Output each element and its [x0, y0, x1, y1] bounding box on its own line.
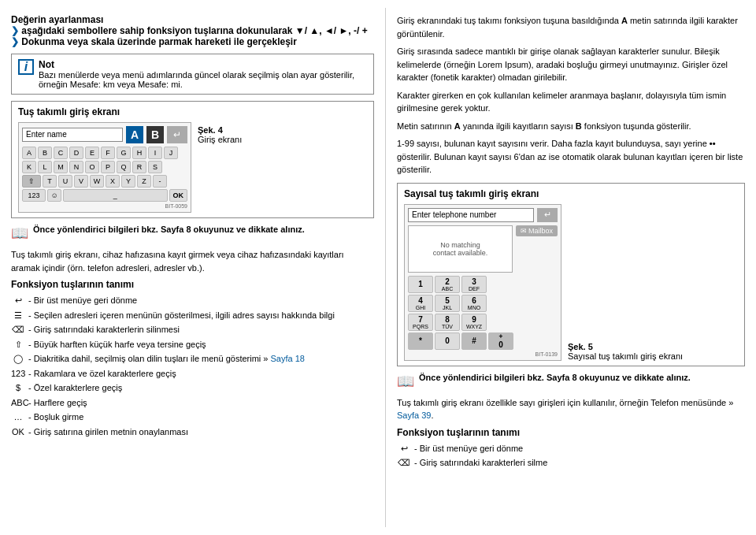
func-item-1: ☰ - Seçilen adresleri içeren menünün gös…	[11, 308, 374, 323]
func-text-0: - Bir üst menüye geri dönme	[28, 294, 137, 307]
func-icon-9: OK	[11, 425, 25, 439]
fig-caption-num: Şek. 5 Sayısal tuş takımlı giriş ekranı	[568, 204, 683, 361]
kbd-key-f[interactable]: F	[101, 147, 115, 159]
func-icon-5: 123	[11, 367, 25, 381]
num-key-4[interactable]: 4GHI	[408, 295, 433, 312]
book-hint-right: 📖 Önce yönlendirici bilgileri bkz. Sayfa…	[397, 373, 745, 390]
page-header: Değerin ayarlanması ❯ aşağıdaki sembolle…	[11, 14, 374, 47]
kbd-key-p[interactable]: P	[101, 161, 115, 173]
num-widget: Enter telephone number ↵ No matchingcont…	[404, 204, 561, 361]
func-text-1: - Seçilen adresleri içeren menünün göste…	[28, 309, 335, 322]
kbd-input-row: Enter name A B ↵	[22, 126, 187, 143]
kbd-row-1: A B C D E F G H I J	[22, 147, 187, 159]
kbd-key-h[interactable]: H	[132, 147, 146, 159]
func-icon-0: ↩	[11, 294, 25, 307]
kbd-key-smiley[interactable]: ☺	[47, 189, 61, 202]
num-row-3: 7PQRS 8TÜV 9WXYZ	[408, 314, 558, 331]
kbd-row-4: 123 ☺ _ OK	[22, 189, 187, 202]
func-item-3: ⇧ - Büyük harften küçük harfe veya tersi…	[11, 337, 374, 352]
kbd-key-j[interactable]: J	[164, 147, 178, 159]
num-key-1[interactable]: 1	[408, 276, 433, 293]
num-key-2[interactable]: 2ABC	[435, 276, 460, 293]
num-row-1: 1 2ABC 3DEF	[408, 276, 558, 293]
kbd-key-d[interactable]: D	[69, 147, 83, 159]
mailbox-button[interactable]: ✉ Mailbox	[516, 225, 558, 236]
num-key-star[interactable]: *	[408, 333, 433, 350]
right-para3: Karakter girerken en çok kullanılan keli…	[397, 89, 745, 115]
right-para6: Tuş takımlı giriş ekranı özellikle sayı …	[397, 396, 745, 422]
fig-num-num: Şek. 5	[568, 342, 593, 351]
right-para2: Giriş sırasında sadece mantıklı bir giri…	[397, 45, 745, 84]
num-backspace[interactable]: ↵	[537, 208, 558, 222]
num-key-8[interactable]: 8TÜV	[435, 314, 460, 331]
num-key-6[interactable]: 6MNO	[461, 295, 487, 312]
func-list-right: ↩ - Bir üst menüye geri dönme ⌫ - Giriş …	[397, 441, 745, 470]
func-icon-2: ⌫	[11, 323, 25, 336]
kbd-key-n[interactable]: N	[69, 161, 83, 173]
fig-caption-text-kbd: Giriş ekranı	[198, 135, 242, 144]
func-item-5: 123 - Rakamlara ve özel karakterlere geç…	[11, 366, 374, 381]
kbd-backspace[interactable]: ↵	[167, 126, 187, 143]
kbd-key-c[interactable]: C	[54, 147, 68, 159]
kbd-input[interactable]: Enter name	[22, 128, 123, 142]
kbd-key-e[interactable]: E	[85, 147, 99, 159]
num-input-row: Enter telephone number ↵	[408, 208, 558, 222]
kbd-key-t[interactable]: T	[43, 175, 57, 188]
book-icon-left: 📖	[11, 225, 28, 242]
kbd-key-m[interactable]: M	[54, 161, 68, 173]
num-key-0[interactable]: 0	[435, 333, 460, 350]
num-key-5[interactable]: 5JKL	[435, 295, 460, 312]
book-hint-left: 📖 Önce yönlendirici bilgileri bkz. Sayfa…	[11, 225, 374, 242]
book-icon-right: 📖	[397, 373, 414, 390]
kbd-key-123[interactable]: 123	[22, 189, 46, 202]
keyboard-widget: Enter name A B ↵ A B C D E F G	[18, 122, 191, 213]
func-text-4: - Diakritika dahil, seçilmiş olan dilin …	[28, 352, 305, 366]
keyboard-display: Enter name A B ↵ A B C D E F G	[18, 122, 367, 213]
kbd-key-g[interactable]: G	[117, 147, 131, 159]
kbd-key-o[interactable]: O	[85, 161, 99, 173]
kbd-key-z[interactable]: Z	[137, 175, 151, 188]
kbd-key-i[interactable]: I	[148, 147, 162, 159]
num-key-3[interactable]: 3DEF	[461, 276, 487, 293]
num-right-buttons: ✉ Mailbox	[516, 225, 558, 273]
kbd-key-a[interactable]: A	[22, 147, 36, 159]
kbd-key-x[interactable]: X	[106, 175, 120, 188]
num-row-2: 4GHI 5JKL 6MNO	[408, 295, 558, 312]
bullet-arrow-1: ❯	[11, 25, 19, 36]
kbd-key-dash[interactable]: -	[153, 175, 167, 188]
func-item-8: … - Boşluk girme	[11, 410, 374, 425]
note-title: Not	[39, 59, 367, 70]
num-key-hash[interactable]: #	[461, 333, 487, 350]
right-para1: Giriş ekranındaki tuş takımı fonksiyon t…	[397, 14, 745, 40]
kbd-key-k[interactable]: K	[22, 161, 36, 173]
num-key-9[interactable]: 9WXYZ	[461, 314, 487, 331]
kbd-key-s[interactable]: S	[148, 161, 162, 173]
kbd-key-space[interactable]: _	[63, 189, 168, 202]
kbd-key-v[interactable]: V	[74, 175, 88, 188]
num-key-7[interactable]: 7PQRS	[408, 314, 433, 331]
func-item-right-1: ⌫ - Giriş satırındaki karakterleri silme	[397, 455, 745, 470]
kbd-key-r[interactable]: R	[132, 161, 146, 173]
note-box: i Not Bazı menülerde veya menü adımların…	[11, 54, 374, 95]
func-icon-right-0: ↩	[397, 442, 411, 455]
func-title-right: Fonksiyon tuşlarının tanımı	[397, 427, 745, 438]
kbd-key-w[interactable]: W	[90, 175, 104, 188]
kbd-key-u[interactable]: U	[58, 175, 72, 188]
right-column: Giriş ekranındaki tuş takımı fonksiyon t…	[386, 8, 756, 527]
num-key-plus[interactable]: +0	[488, 333, 513, 350]
kbd-shift[interactable]: ⇧	[22, 175, 41, 188]
kbd-key-l[interactable]: L	[38, 161, 52, 173]
func-icon-1: ☰	[11, 309, 25, 322]
num-input[interactable]: Enter telephone number	[408, 208, 534, 222]
no-match-text: No matchingcontact available.	[430, 235, 491, 263]
func-item-7: ABC - Harflere geçiş	[11, 396, 374, 411]
kbd-key-ok[interactable]: OK	[169, 189, 188, 202]
bullet-arrow-2: ❯	[11, 36, 19, 47]
kbd-key-q[interactable]: Q	[117, 161, 131, 173]
note-text: Bazı menülerde veya menü adımlarında gün…	[39, 70, 367, 89]
kbd-key-b[interactable]: B	[38, 147, 52, 159]
kbd-key-y[interactable]: Y	[121, 175, 135, 188]
func-list-left: ↩ - Bir üst menüye geri dönme ☰ - Seçile…	[11, 293, 374, 439]
keyboard-section: Tuş takımlı giriş ekranı Enter name A B …	[11, 101, 374, 218]
bit-label-kbd: BIT-0059	[22, 203, 187, 209]
